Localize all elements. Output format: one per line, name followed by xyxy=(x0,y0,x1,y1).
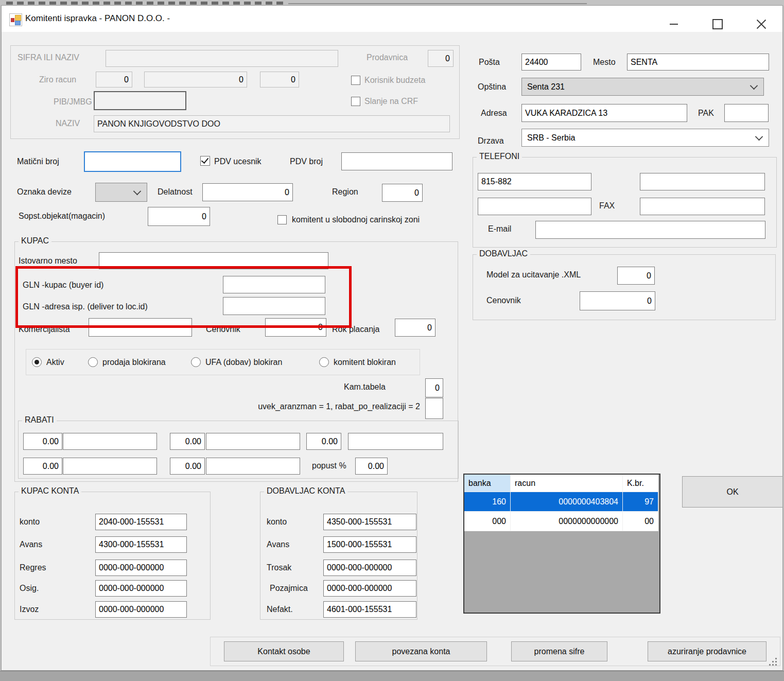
ziro-racun-label: Ziro racun xyxy=(39,75,76,84)
popust-input[interactable]: 0.00 xyxy=(355,458,388,475)
kupac-konto-input[interactable]: 2040-000-155531 xyxy=(95,514,187,530)
rabat-4-percent[interactable]: 0.00 xyxy=(23,458,62,475)
dobavljac-avans-input[interactable]: 1500-000-155531 xyxy=(323,536,416,553)
povezana-konta-button[interactable]: povezana konta xyxy=(355,641,487,661)
pdv-broj-input[interactable] xyxy=(341,152,452,170)
slanje-crf-checkbox[interactable] xyxy=(351,97,360,106)
telefoni-group-title: TELEFONI xyxy=(477,152,522,161)
fax-label: FAX xyxy=(599,201,615,211)
gln-adresa-input[interactable] xyxy=(223,297,325,315)
rabat-3-name[interactable] xyxy=(348,433,443,450)
pdv-ucesnik-checkbox[interactable] xyxy=(200,156,210,166)
kupac-konta-title: KUPAC KONTA xyxy=(19,486,81,496)
phone3-input[interactable] xyxy=(478,198,591,215)
azuriranje-prodavnice-button[interactable]: azuriranje prodavnice xyxy=(648,641,766,661)
radio-ufa-blokiran[interactable] xyxy=(191,357,201,367)
rabat-1-percent[interactable]: 0.00 xyxy=(23,433,62,450)
pdv-broj-label: PDV broj xyxy=(290,157,323,166)
sopst-objekat-input[interactable]: 0 xyxy=(148,207,210,226)
prodavnica-input[interactable]: 0 xyxy=(428,50,454,67)
rabat-3-percent[interactable]: 0.00 xyxy=(306,433,341,450)
radio-aktiv[interactable] xyxy=(32,357,42,367)
cell-kbr[interactable]: 97 xyxy=(623,492,658,512)
rabat-2-percent[interactable]: 0.00 xyxy=(170,433,205,450)
rabat-5-name[interactable] xyxy=(206,458,300,475)
email-input[interactable] xyxy=(535,221,765,239)
radio-prodaja-blokirana[interactable] xyxy=(88,357,98,367)
komercijalista-input[interactable] xyxy=(89,318,192,337)
resize-grip[interactable] xyxy=(769,658,777,666)
aranzman-label: uvek_aranzman = 1, rabat_po_realizaciji … xyxy=(218,402,420,411)
oznaka-devize-select[interactable] xyxy=(95,183,147,202)
delatnost-input[interactable]: 0 xyxy=(202,183,293,201)
pib-label: PIB/JMBG xyxy=(54,97,92,107)
column-header-kbr[interactable]: K.br. xyxy=(623,475,658,492)
gln-kupac-input[interactable] xyxy=(223,276,325,293)
sifra-input[interactable] xyxy=(106,50,338,67)
ziro-racun-input-1[interactable]: 0 xyxy=(96,72,132,88)
adresa-input[interactable]: VUKA KARADZICA 13 xyxy=(521,104,687,122)
drzava-select[interactable]: SRB - Serbia xyxy=(521,129,769,147)
kam-tabela-label: Kam.tabela xyxy=(344,382,386,392)
cell-racun[interactable]: 0000000000000 xyxy=(511,512,623,531)
dobavljac-nefakt-label: Nefakt. xyxy=(267,605,293,614)
ziro-racun-input-2[interactable]: 0 xyxy=(144,72,247,88)
naziv-input[interactable]: PANON KNJIGOVODSTVO DOO xyxy=(94,115,450,132)
kupac-avans-input[interactable]: 4300-000-155531 xyxy=(95,536,187,553)
kam-tabela-input[interactable]: 0 xyxy=(425,378,443,397)
kupac-regres-label: Regres xyxy=(20,563,46,572)
column-header-banka[interactable]: banka xyxy=(464,475,511,492)
rabat-1-name[interactable] xyxy=(63,433,157,450)
dobavljac-konta-title: DOBAVLJAC KONTA xyxy=(264,486,347,496)
rabat-2-name[interactable] xyxy=(206,433,300,450)
cell-banka[interactable]: 160 xyxy=(464,492,511,512)
table-row[interactable]: 000 0000000000000 00 xyxy=(464,512,659,531)
table-row[interactable]: 160 0000000403804 97 xyxy=(464,492,659,512)
cell-racun[interactable]: 0000000403804 xyxy=(511,492,623,512)
sopst-objekat-label: Sopst.objekat(magacin) xyxy=(19,212,105,221)
rabat-4-name[interactable] xyxy=(63,458,157,475)
phone2-input[interactable] xyxy=(640,173,765,190)
kupac-osig-input[interactable]: 0000-000-000000 xyxy=(95,580,187,597)
dobavljac-cenovnik-label: Cenovnik xyxy=(486,296,521,305)
ziro-racun-input-3[interactable]: 0 xyxy=(260,72,299,88)
sifra-label: SIFRA ILI NAZIV xyxy=(18,53,79,62)
posta-input[interactable]: 24400 xyxy=(521,54,581,71)
mesto-input[interactable]: SENTA xyxy=(627,54,769,71)
maticni-broj-input[interactable] xyxy=(84,151,181,172)
ok-button[interactable]: OK xyxy=(682,476,783,508)
carinska-zona-checkbox[interactable] xyxy=(277,215,287,224)
column-header-racun[interactable]: racun xyxy=(511,475,623,492)
promena-sifre-button[interactable]: promena sifre xyxy=(511,641,607,661)
email-label: E-mail xyxy=(488,224,511,234)
opstina-label: Opština xyxy=(478,82,506,92)
dobavljac-trosak-input[interactable]: 0000-000-000000 xyxy=(323,560,416,576)
rok-placanja-input[interactable]: 0 xyxy=(395,319,435,337)
phone1-input[interactable]: 815-882 xyxy=(478,173,591,190)
model-xml-input[interactable]: 0 xyxy=(617,267,655,285)
pib-input[interactable] xyxy=(94,91,186,110)
dobavljac-pozajmica-input[interactable]: 0000-000-000000 xyxy=(323,580,416,597)
kupac-cenovnik-input[interactable]: 0 xyxy=(265,318,326,337)
aranzman-input[interactable] xyxy=(425,398,443,419)
kupac-izvoz-input[interactable]: 0000-000-000000 xyxy=(95,601,187,618)
pak-input[interactable] xyxy=(724,104,769,122)
radio-komitent-blokiran[interactable] xyxy=(319,357,329,367)
dobavljac-konto-input[interactable]: 4350-000-155531 xyxy=(323,514,416,530)
dobavljac-nefakt-input[interactable]: 4601-000-155531 xyxy=(323,601,416,618)
cell-banka[interactable]: 000 xyxy=(464,512,511,531)
kontakt-osobe-button[interactable]: Kontakt osobe xyxy=(224,641,344,661)
opstina-select[interactable]: Senta 231 xyxy=(521,78,764,96)
region-input[interactable]: 0 xyxy=(382,184,423,202)
dobavljac-cenovnik-input[interactable]: 0 xyxy=(580,291,655,310)
kupac-regres-input[interactable]: 0000-000-000000 xyxy=(95,560,187,576)
background-window-edge xyxy=(0,0,784,5)
bank-accounts-table: banka racun K.br. 160 0000000403804 97 0… xyxy=(463,474,660,614)
fax-input[interactable] xyxy=(640,198,765,215)
cell-kbr[interactable]: 00 xyxy=(623,512,658,531)
istovarno-mesto-input[interactable] xyxy=(99,252,328,269)
kupac-group-title: KUPAC xyxy=(19,236,51,246)
mesto-label: Mesto xyxy=(593,58,616,67)
rabat-5-percent[interactable]: 0.00 xyxy=(170,458,205,475)
korisnik-budzeta-checkbox[interactable] xyxy=(351,76,360,85)
